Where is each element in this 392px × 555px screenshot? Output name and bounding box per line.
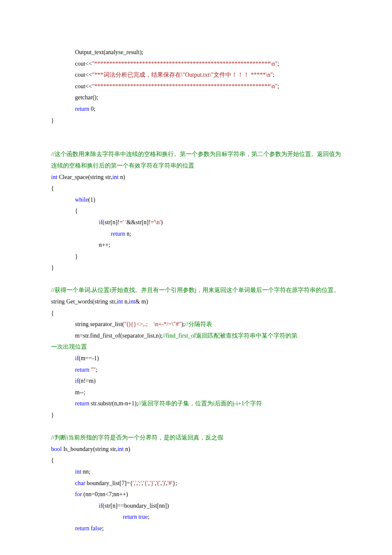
indent <box>51 197 75 203</box>
code-line <box>51 421 341 433</box>
code-token: //这个函数用来除去字符串中连续的空格和换行。第一个参数为目标字符串，第二个参数… <box>51 151 341 169</box>
code-token: { <box>75 208 78 214</box>
code-token: n) <box>124 446 130 452</box>
code-line: //获得一个单词,从位置i开始查找。并且有一个引用参数j，用来返回这个单词最后一… <box>51 285 341 296</box>
code-token: ; <box>102 525 104 532</box>
code-token: int <box>117 446 124 452</box>
code-token: ';' <box>138 480 142 486</box>
code-token: false <box>91 525 102 532</box>
code-token: (1) <box>88 197 95 203</box>
code-token: int <box>129 298 135 305</box>
code-token: nn; <box>81 468 90 475</box>
code-line: string separator_list("(){}<>,.; \n+-*/=… <box>51 319 341 330</box>
indent <box>51 321 75 327</box>
code-line: if(str[n]!=' '&&str[n]!='\n') <box>51 217 341 228</box>
code-token: if <box>99 219 103 225</box>
code-token: while <box>75 197 88 203</box>
code-token: '\n' <box>154 219 161 225</box>
code-token: bool <box>51 446 62 452</box>
code-line: while(1) <box>51 194 341 206</box>
code-token: { <box>51 457 54 463</box>
code-token: '}' <box>150 480 155 486</box>
code-token: } <box>51 264 54 271</box>
code-token: //判断i当前所指的字符是否为一个分界符，是的话返回真，反之假 <box>51 434 223 441</box>
indent <box>51 231 111 237</box>
code-token: int <box>112 174 119 180</box>
code-token: &&str[n]!= <box>127 219 154 225</box>
indent <box>51 49 75 55</box>
code-line: char boundary_list[7]={',',';','{','}','… <box>51 478 341 489</box>
code-token: for <box>75 491 82 497</box>
code-token: ); <box>181 321 185 327</box>
code-line: Output_text(analyse_result); <box>51 47 341 58</box>
indent <box>51 83 75 90</box>
code-token: char <box>75 480 85 486</box>
code-token: (m==-1) <box>79 355 99 361</box>
code-token: }; <box>173 480 177 486</box>
code-token: "***************************************… <box>92 83 277 90</box>
code-line <box>51 126 341 138</box>
code-line: n++; <box>51 240 341 251</box>
code-token: n, <box>123 298 129 305</box>
code-token: return <box>75 106 89 112</box>
code-line: getchar(); <box>51 92 341 104</box>
indent <box>51 525 75 532</box>
code-block: Output_text(analyse_result); cout<<"****… <box>51 47 341 535</box>
code-token: //分隔符表 <box>185 321 212 327</box>
code-token: (str[n]!= <box>103 219 123 225</box>
indent <box>51 94 75 101</box>
code-token: int <box>75 468 81 475</box>
code-token: 一次出现位置 <box>51 344 87 350</box>
code-line: for (nn=0;nn<7;nn++) <box>51 489 341 500</box>
code-token: (n!=m) <box>79 378 96 384</box>
indent <box>51 355 75 361</box>
code-line: } <box>51 262 341 274</box>
code-line: int nn; <box>51 466 341 478</box>
code-token: int <box>117 298 123 305</box>
indent <box>51 480 75 486</box>
code-line: //判断i当前所指的字符是否为一个分界符，是的话返回真，反之假 <box>51 432 341 444</box>
code-line: } <box>51 115 341 127</box>
code-token: int <box>51 174 58 180</box>
code-token: if <box>75 355 79 361</box>
indent <box>51 503 99 509</box>
indent <box>51 389 75 396</box>
code-line: return n; <box>51 228 341 240</box>
code-token: n++; <box>99 242 110 248</box>
code-token: cout<< <box>75 83 92 90</box>
code-token: string separator_list( <box>75 321 124 327</box>
code-token: m=str.find_first_of(separator_list,n); <box>75 332 162 339</box>
code-token: '(' <box>156 480 161 486</box>
indent <box>51 378 75 384</box>
code-token: (str[n]==boundary_list[nn]) <box>103 503 169 509</box>
code-line: { <box>51 183 341 194</box>
code-line: int Clear_space(string str,int n) <box>51 172 341 183</box>
code-token: { <box>51 185 54 191</box>
code-token: return <box>123 514 137 520</box>
indent <box>51 367 75 373</box>
code-token: } <box>51 412 54 418</box>
code-token: & m) <box>135 298 148 305</box>
code-token: cout<< <box>75 61 92 67</box>
code-token: '{' <box>143 480 148 486</box>
indent <box>51 208 75 214</box>
code-line: return ""; <box>51 364 341 376</box>
code-token: //返回字符串的子集，位置为i后面的j-i+1个字符 <box>138 400 262 407</box>
code-line: } <box>51 410 341 421</box>
code-token: ; <box>148 514 150 520</box>
code-token: string Get_words(string str, <box>51 298 117 305</box>
code-line: return false; <box>51 523 341 535</box>
code-line: cout<<"*********************************… <box>51 58 341 70</box>
code-token: "***词法分析已完成，结果保存在\"Output.txt\"文件中！！！ **… <box>92 72 273 78</box>
code-token: "***************************************… <box>92 61 277 67</box>
code-token: '#' <box>167 480 173 486</box>
code-token: //获得一个单词,从位置i开始查找。并且有一个引用参数j，用来返回这个单词最后一… <box>51 287 340 293</box>
code-token: Is_boundary(string str, <box>62 446 117 452</box>
code-token: } <box>75 253 78 260</box>
code-line: m--; <box>51 387 341 399</box>
code-token: Clear_space(string str, <box>58 174 112 180</box>
code-token: ; <box>277 83 279 90</box>
code-line: return str.substr(n,m-n+1);//返回字符串的子集，位置… <box>51 398 341 410</box>
code-token: boundary_list[7]={ <box>85 480 133 486</box>
code-line: cout<<"*********************************… <box>51 81 341 92</box>
